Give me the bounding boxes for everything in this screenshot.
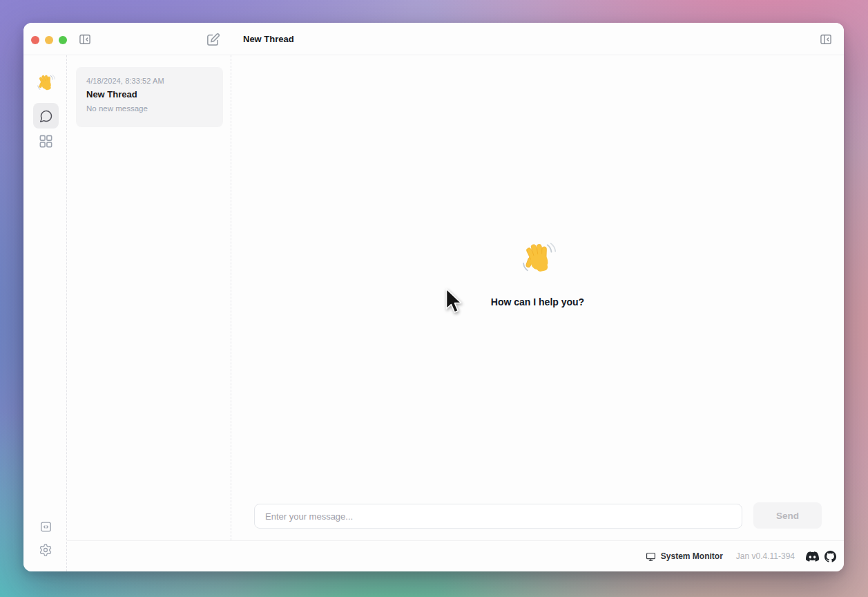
message-input[interactable] <box>254 504 742 529</box>
panel-right-close-icon <box>819 32 833 46</box>
titlebar: New Thread <box>23 23 844 55</box>
grid-icon <box>38 133 54 149</box>
app-version-label: Jan v0.4.11-394 <box>736 551 795 561</box>
new-thread-button[interactable] <box>205 32 221 48</box>
page-title: New Thread <box>243 23 294 55</box>
chat-main-area: How can I help you? Send <box>231 55 844 540</box>
collapse-left-panel-button[interactable] <box>78 32 92 46</box>
panel-left-close-icon <box>78 32 92 46</box>
status-bar: System Monitor Jan v0.4.11-394 <box>67 540 844 571</box>
rail-item-hub[interactable] <box>37 133 54 149</box>
discord-icon[interactable] <box>806 550 819 563</box>
thread-list-panel: 4/18/2024, 8:33:52 AM New Thread No new … <box>67 55 231 540</box>
thread-subtitle: No new message <box>86 104 213 113</box>
settings-gear-icon <box>39 543 52 557</box>
chat-bubble-icon <box>39 109 53 123</box>
rail-item-local-api[interactable] <box>39 520 52 533</box>
greeting-text: How can I help you? <box>231 296 844 307</box>
send-button[interactable]: Send <box>753 502 822 529</box>
thread-timestamp: 4/18/2024, 8:33:52 AM <box>86 77 213 85</box>
desktop-background: { "titlebar": { "title": "New Thread", "… <box>0 0 868 597</box>
social-links <box>806 550 836 563</box>
thread-title: New Thread <box>86 89 213 100</box>
jan-app-window: New Thread <box>23 23 844 571</box>
monitor-icon <box>646 551 656 562</box>
left-rail <box>23 55 67 571</box>
zoom-window-button[interactable] <box>59 36 67 44</box>
collapse-right-panel-button[interactable] <box>819 32 833 46</box>
close-window-button[interactable] <box>31 36 39 44</box>
rail-item-threads[interactable] <box>33 103 59 129</box>
composer-row: Send <box>254 502 822 529</box>
thread-list-item[interactable]: 4/18/2024, 8:33:52 AM New Thread No new … <box>76 67 223 127</box>
minimize-window-button[interactable] <box>45 36 53 44</box>
rail-item-home[interactable] <box>36 73 55 93</box>
github-icon[interactable] <box>824 551 836 562</box>
system-monitor-label: System Monitor <box>661 551 723 561</box>
compose-edit-icon <box>205 32 221 48</box>
waving-hand-icon <box>520 240 556 276</box>
code-square-icon <box>39 520 52 533</box>
system-monitor-button[interactable]: System Monitor <box>646 551 723 562</box>
rail-item-settings[interactable] <box>39 543 52 557</box>
empty-state: How can I help you? <box>231 240 844 307</box>
wave-logo-icon <box>36 73 55 93</box>
